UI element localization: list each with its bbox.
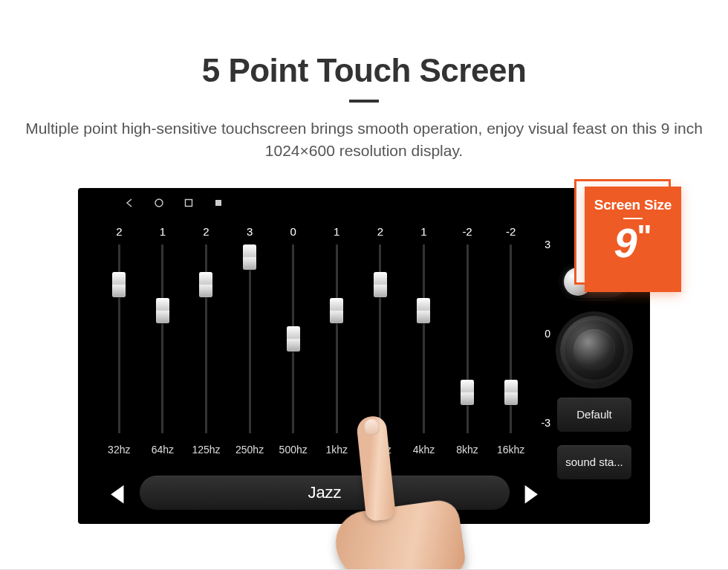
eq-slider-knob[interactable] [156, 298, 169, 323]
eq-slider[interactable] [242, 244, 257, 433]
eq-slider[interactable] [155, 244, 170, 433]
eq-band-freq: 4khz [413, 444, 435, 456]
eq-slider[interactable] [111, 244, 126, 433]
eq-slider-knob[interactable] [504, 380, 518, 405]
back-icon[interactable] [124, 198, 134, 208]
android-statusbar [91, 194, 637, 212]
eq-slider-knob[interactable] [243, 244, 256, 270]
badge-value: 9 [614, 222, 637, 264]
eq-band-value: 2 [203, 225, 209, 242]
eq-band-500hz: 0500hz [271, 225, 315, 518]
eq-band-8khz: -28khz [446, 225, 490, 518]
eq-sliders: 232hz164hz2125hz3250hz0500hz11khz22khz14… [87, 221, 533, 518]
eq-band-freq: 8khz [456, 444, 478, 456]
eq-slider-knob[interactable] [287, 326, 300, 352]
eq-band-value: 3 [247, 225, 253, 242]
eq-scale: 3 0 -3 [533, 237, 553, 445]
svg-rect-2 [215, 200, 221, 206]
eq-band-64hz: 164hz [141, 225, 185, 518]
eq-slider[interactable] [460, 244, 475, 433]
screen-size-badge: Screen Size 9" [574, 179, 681, 291]
svg-point-0 [155, 199, 163, 207]
eq-slider[interactable] [373, 244, 388, 433]
eq-slider[interactable] [286, 244, 301, 433]
eq-band-1khz: 11khz [315, 225, 359, 518]
nav-buttons [91, 198, 224, 208]
title-underline [349, 100, 379, 103]
eq-slider[interactable] [504, 244, 519, 433]
eq-band-value: -2 [462, 225, 472, 242]
eq-band-freq: 250hz [235, 444, 264, 456]
eq-band-value: 0 [290, 225, 296, 242]
eq-band-value: 2 [377, 225, 383, 242]
scale-max: 3 [545, 239, 550, 250]
eq-slider-knob[interactable] [374, 272, 387, 297]
eq-band-value: 1 [160, 225, 166, 242]
preset-bar: ◀ Jazz ▶ [109, 475, 540, 511]
eq-band-value: 1 [420, 225, 426, 242]
eq-band-freq: 64hz [152, 444, 174, 456]
eq-band-2khz: 22khz [359, 225, 403, 518]
eq-band-250hz: 3250hz [228, 225, 272, 518]
badge-unit: " [637, 222, 652, 250]
eq-slider-knob[interactable] [199, 272, 212, 297]
volume-knob[interactable] [560, 316, 628, 384]
scale-min: -3 [542, 417, 550, 429]
scale-mid: 0 [545, 328, 550, 340]
recent-icon[interactable] [183, 198, 194, 208]
eq-band-freq: 500hz [279, 444, 308, 456]
eq-slider[interactable] [416, 244, 431, 433]
apps-icon[interactable] [213, 198, 224, 208]
eq-band-freq: 2khz [369, 444, 391, 456]
eq-slider-knob[interactable] [112, 272, 126, 297]
eq-slider[interactable] [329, 244, 344, 433]
eq-band-16khz: -216khz [489, 225, 533, 518]
svg-rect-1 [186, 199, 192, 206]
page-title: 5 Point Touch Screen [0, 52, 728, 89]
side-panel: Default sound sta... [553, 265, 635, 515]
sound-stage-button[interactable]: sound sta... [557, 445, 631, 479]
badge-fill: Screen Size 9" [585, 187, 681, 292]
device-wrap: 232hz164hz2125hz3250hz0500hz11khz22khz14… [78, 188, 650, 524]
preset-prev-button[interactable]: ◀ [111, 482, 123, 504]
eq-band-value: 2 [116, 225, 122, 242]
page-subtitle: Multiple point high-sensitive touchscree… [22, 117, 706, 163]
eq-band-freq: 32hz [108, 444, 130, 456]
eq-slider-knob[interactable] [417, 298, 430, 323]
eq-band-freq: 125hz [192, 444, 220, 456]
eq-band-value: 1 [334, 225, 339, 242]
preset-next-button[interactable]: ▶ [525, 482, 537, 504]
eq-slider[interactable] [198, 244, 213, 433]
equalizer-panel: 232hz164hz2125hz3250hz0500hz11khz22khz14… [87, 221, 553, 518]
eq-band-freq: 1khz [325, 444, 348, 456]
home-icon[interactable] [154, 198, 164, 208]
eq-slider-knob[interactable] [461, 380, 474, 405]
hero-section: 5 Point Touch Screen Multiple point high… [0, 0, 728, 163]
eq-band-4khz: 14khz [402, 225, 446, 518]
eq-band-32hz: 232hz [97, 225, 141, 518]
eq-band-125hz: 2125hz [184, 225, 228, 518]
eq-band-freq: 16khz [497, 444, 524, 456]
preset-name[interactable]: Jazz [140, 476, 510, 510]
device-screen: 232hz164hz2125hz3250hz0500hz11khz22khz14… [78, 188, 650, 524]
default-button[interactable]: Default [557, 398, 631, 432]
eq-slider-knob[interactable] [330, 298, 343, 323]
eq-band-value: -2 [506, 225, 516, 242]
badge-label: Screen Size [585, 187, 681, 213]
